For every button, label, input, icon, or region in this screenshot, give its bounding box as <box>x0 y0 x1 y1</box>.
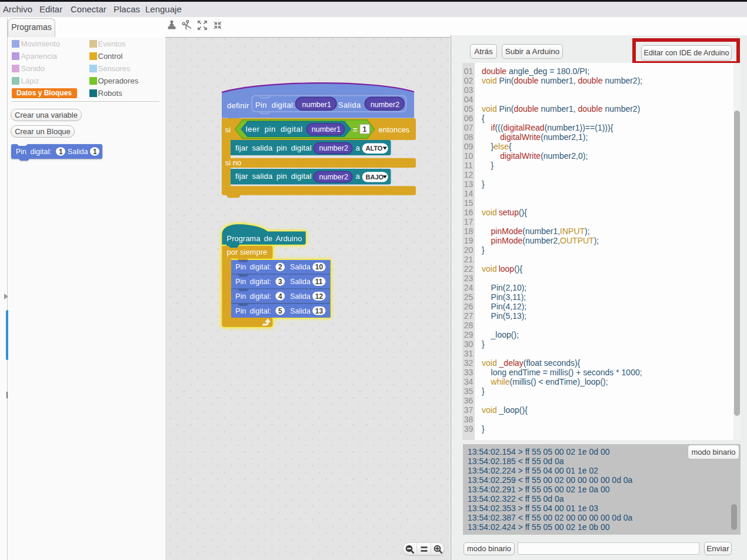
svg-text:Salida: Salida <box>68 148 88 156</box>
svg-text:Salida: Salida <box>290 263 311 271</box>
svg-text:fijar salida pin digital: fijar salida pin digital <box>235 144 312 152</box>
svg-text:Pin digital:: Pin digital: <box>255 101 295 109</box>
svg-text:Salida: Salida <box>290 278 311 286</box>
svg-text:5: 5 <box>278 307 282 315</box>
svg-text:1: 1 <box>93 148 97 156</box>
svg-text:number1: number1 <box>312 125 341 134</box>
svg-text:=: = <box>353 125 358 134</box>
svg-text:entonces: entonces <box>379 125 410 134</box>
svg-text:Salida: Salida <box>290 307 311 315</box>
svg-text:si no: si no <box>225 158 241 167</box>
svg-text:4: 4 <box>278 292 282 301</box>
svg-text:Salida: Salida <box>290 292 311 301</box>
svg-text:definir: definir <box>227 101 249 110</box>
svg-text:number1: number1 <box>302 101 331 109</box>
svg-text:si: si <box>225 125 231 134</box>
svg-text:a: a <box>356 172 361 181</box>
svg-text:1: 1 <box>363 125 367 134</box>
svg-text:Pin digital:: Pin digital: <box>235 278 271 286</box>
svg-text:Pin digital:: Pin digital: <box>235 263 271 271</box>
svg-text:13: 13 <box>315 307 324 315</box>
svg-text:fijar salida pin digital: fijar salida pin digital <box>235 172 312 181</box>
svg-text:Pin digital:: Pin digital: <box>235 292 271 301</box>
svg-text:Pin digital:: Pin digital: <box>16 148 52 156</box>
svg-text:BAJO: BAJO <box>366 174 384 181</box>
svg-text:Salida: Salida <box>338 101 361 109</box>
svg-text:number2: number2 <box>319 144 348 152</box>
svg-text:Programa de Arduino: Programa de Arduino <box>227 234 302 243</box>
svg-text:10: 10 <box>315 263 324 271</box>
svg-text:ALTO: ALTO <box>366 145 383 152</box>
svg-text:3: 3 <box>278 278 282 286</box>
svg-text:a: a <box>356 144 361 152</box>
svg-text:1: 1 <box>59 148 63 156</box>
svg-text:11: 11 <box>315 278 323 286</box>
svg-text:leer pin digital: leer pin digital <box>246 125 303 134</box>
svg-text:2: 2 <box>278 263 282 271</box>
svg-text:number2: number2 <box>371 101 399 109</box>
svg-text:por siempre: por siempre <box>227 248 268 256</box>
svg-text:number2: number2 <box>319 173 348 181</box>
svg-text:12: 12 <box>315 292 324 301</box>
svg-text:Pin digital:: Pin digital: <box>235 307 271 315</box>
